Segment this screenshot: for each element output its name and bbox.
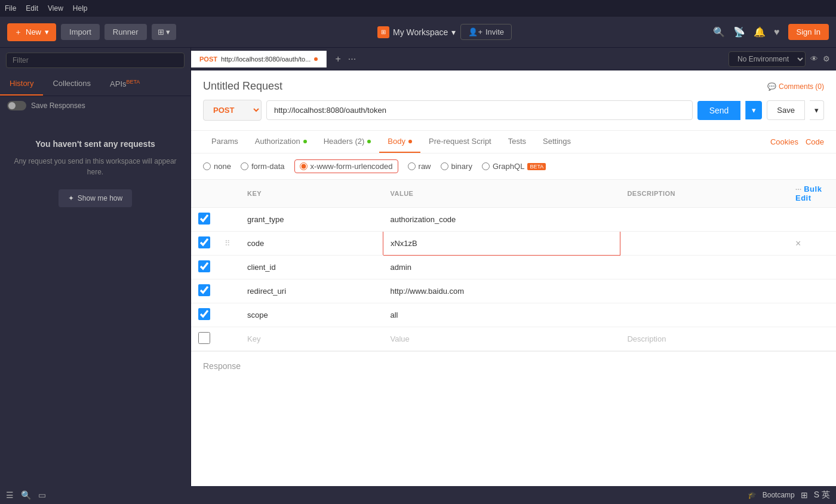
heart-icon[interactable]: ♥: [774, 27, 780, 38]
tab-authorization[interactable]: Authorization: [247, 131, 315, 153]
console-icon[interactable]: ▭: [38, 490, 46, 500]
row-value-cell[interactable]: all: [383, 303, 620, 327]
placeholder-value-cell[interactable]: Value: [383, 327, 620, 351]
row-checkbox[interactable]: [198, 236, 210, 248]
runner-button[interactable]: Runner: [105, 24, 147, 40]
drag-handle-icon[interactable]: ⠿: [225, 239, 230, 248]
bootcamp-label[interactable]: Bootcamp: [763, 491, 795, 499]
row-checkbox[interactable]: [198, 284, 210, 296]
request-tab[interactable]: POST http://localhost:8080/oauth/to...: [191, 51, 327, 67]
import-button[interactable]: Import: [61, 24, 100, 40]
col-actions-header: [217, 180, 240, 208]
row-handle-cell: [217, 279, 240, 303]
invite-button[interactable]: 👤+ Invite: [460, 24, 512, 40]
show-how-button[interactable]: ✦ Show me how: [59, 189, 132, 207]
lang-icon[interactable]: S 英: [814, 490, 830, 500]
placeholder-key-cell[interactable]: Key: [240, 327, 383, 351]
star-icon: ✦: [68, 194, 74, 202]
sidebar-tab-apis[interactable]: APIsBETA: [100, 73, 149, 96]
table-row: redirect_uri http://www.baidu.com: [191, 279, 836, 303]
save-dropdown-button[interactable]: ▾: [810, 100, 824, 120]
comment-icon: 💬: [767, 82, 776, 91]
sidebar-tabs: History Collections APIsBETA: [0, 73, 190, 96]
search-input[interactable]: [6, 53, 185, 68]
search-bottom-icon[interactable]: 🔍: [21, 490, 31, 500]
row-value-cell[interactable]: admin: [383, 256, 620, 279]
row-value-cell-highlighted[interactable]: xNx1zB: [383, 232, 620, 256]
workspace-button[interactable]: ⊞ My Workspace ▾: [377, 26, 456, 38]
sidebar-tab-history[interactable]: History: [0, 73, 43, 96]
row-checkbox[interactable]: [198, 213, 210, 225]
more-icon[interactable]: ···: [795, 186, 802, 193]
menu-file[interactable]: File: [5, 4, 16, 13]
menu-edit[interactable]: Edit: [26, 4, 38, 13]
row-desc-cell[interactable]: [620, 232, 788, 256]
placeholder-checkbox[interactable]: [198, 332, 210, 344]
plus-icon: ＋: [14, 27, 22, 38]
sidebar: History Collections APIsBETA Save Respon…: [0, 48, 191, 486]
tab-settings[interactable]: Settings: [534, 131, 579, 153]
method-select[interactable]: POST GET PUT DELETE: [203, 100, 262, 121]
sidebar-tab-collections[interactable]: Collections: [43, 73, 100, 96]
search-icon[interactable]: 🔍: [713, 26, 725, 38]
satellite-icon[interactable]: 📡: [733, 26, 745, 38]
body-type-binary[interactable]: binary: [441, 162, 472, 171]
new-button[interactable]: ＋ New ▾: [7, 23, 56, 41]
sidebar-empty-state: You haven't sent any requests Any reques…: [0, 115, 190, 486]
tab-authorization-label: Authorization: [255, 137, 300, 146]
comments-link[interactable]: 💬 Comments (0): [767, 82, 824, 91]
layout-icon-button[interactable]: ⊞ ▾: [152, 24, 177, 40]
send-button[interactable]: Send: [697, 101, 741, 120]
col-key-header: KEY: [240, 180, 383, 208]
cookies-link[interactable]: Cookies: [770, 137, 798, 146]
row-key-cell[interactable]: scope: [240, 303, 383, 327]
tab-params[interactable]: Params: [203, 131, 247, 153]
row-checkbox[interactable]: [198, 260, 210, 272]
headers-status-dot: [367, 140, 371, 143]
layout-bottom-icon[interactable]: ⊞: [801, 490, 808, 500]
more-tabs-button[interactable]: ···: [346, 51, 358, 67]
send-dropdown-button[interactable]: ▾: [745, 101, 762, 119]
invite-label: Invite: [485, 27, 504, 36]
row-value-cell[interactable]: authorization_code: [383, 208, 620, 232]
tab-headers[interactable]: Headers (2): [315, 131, 380, 153]
url-input[interactable]: [266, 100, 693, 120]
eye-icon[interactable]: 👁: [810, 54, 818, 63]
col-desc-header: DESCRIPTION: [620, 180, 788, 208]
environment-select[interactable]: No Environment: [729, 51, 806, 67]
row-delete-cell: [788, 279, 836, 303]
row-desc-cell[interactable]: [620, 256, 788, 279]
sidebar-toggle-icon[interactable]: ☰: [6, 490, 14, 500]
body-type-urlencoded[interactable]: x-www-form-urlencoded: [294, 159, 398, 173]
toggle-switch[interactable]: [7, 101, 26, 110]
row-key-cell[interactable]: grant_type: [240, 208, 383, 232]
table-row: scope all: [191, 303, 836, 327]
bell-icon[interactable]: 🔔: [754, 26, 766, 38]
sign-in-button[interactable]: Sign In: [788, 24, 829, 40]
delete-row-button[interactable]: ×: [795, 238, 801, 249]
placeholder-desc-cell[interactable]: Description: [620, 327, 788, 351]
row-value-cell[interactable]: http://www.baidu.com: [383, 279, 620, 303]
add-tab-button[interactable]: +: [333, 51, 343, 67]
code-link[interactable]: Code: [806, 137, 824, 146]
body-type-form-data[interactable]: form-data: [241, 162, 285, 171]
row-key-cell[interactable]: client_id: [240, 256, 383, 279]
graphql-beta-badge: BETA: [527, 163, 546, 170]
row-desc-cell[interactable]: [620, 279, 788, 303]
row-desc-cell[interactable]: [620, 208, 788, 232]
tab-tests[interactable]: Tests: [500, 131, 534, 153]
tab-pre-request[interactable]: Pre-request Script: [420, 131, 500, 153]
menu-help[interactable]: Help: [73, 4, 88, 13]
gear-icon[interactable]: ⚙: [823, 54, 830, 63]
body-type-graphql[interactable]: GraphQLBETA: [482, 162, 546, 171]
body-type-raw[interactable]: raw: [408, 162, 431, 171]
row-key-cell[interactable]: code: [240, 232, 383, 256]
placeholder-handle-cell: [217, 327, 240, 351]
menu-view[interactable]: View: [48, 4, 63, 13]
row-key-cell[interactable]: redirect_uri: [240, 279, 383, 303]
body-type-none[interactable]: none: [203, 162, 231, 171]
tab-body[interactable]: Body: [379, 131, 420, 153]
row-desc-cell[interactable]: [620, 303, 788, 327]
save-button[interactable]: Save: [767, 100, 805, 120]
row-checkbox[interactable]: [198, 308, 210, 320]
